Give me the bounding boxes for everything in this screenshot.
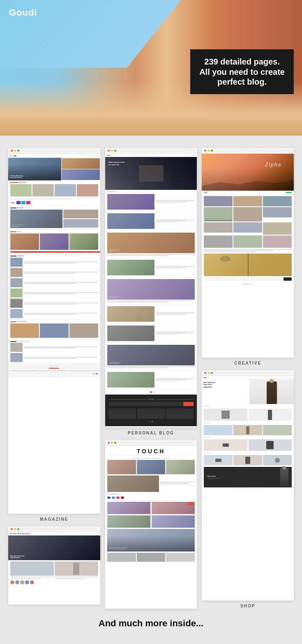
magazine-browser-header	[8, 148, 100, 154]
zipho-hero: Zipho	[202, 154, 294, 191]
creative-sand-img: GET UPDATES OR LIVE...	[204, 254, 292, 276]
blog-pagination	[105, 390, 197, 395]
dot-red2	[11, 528, 13, 530]
mag-featured-grid	[10, 184, 98, 196]
magazine-variant-card: GOUDI MAGAZINE High waisted Jeans andStr…	[8, 526, 100, 605]
magazine-card: the GK Is This the Most InsaneShow of th…	[8, 148, 100, 514]
shop-browser-header	[202, 370, 294, 376]
creative-pagination	[202, 282, 294, 286]
touch-dot-red	[108, 442, 110, 444]
cr-dot-red	[204, 150, 206, 152]
hero-logo: Goudi	[9, 7, 37, 18]
touch-dot-green	[114, 442, 116, 444]
page-dot2	[150, 391, 152, 393]
personal-blog-card: Goudi Winter Spring trendsand style Tips…	[105, 148, 197, 427]
dot-red	[11, 150, 13, 152]
magazine-column: the GK Is This the Most InsaneShow of th…	[8, 148, 100, 605]
hero-line2: All you need to create	[199, 67, 285, 77]
blog-dot-yellow	[111, 150, 113, 152]
page-dot1	[148, 391, 150, 393]
touch-title: TOUCH	[105, 446, 197, 458]
shop-label: SHOP	[202, 604, 294, 608]
touch-dot-yellow	[111, 442, 113, 444]
dot-green2	[17, 528, 19, 530]
hero-headline-box: 239 detailed pages. All you need to crea…	[190, 49, 294, 94]
dot-yellow2	[14, 528, 16, 530]
blog-subscribe-footer: SUBSCRIBE	[105, 395, 197, 426]
right-column: Zipho Zipho	[202, 148, 294, 610]
touch-grid	[107, 460, 195, 474]
mag2-browser-header	[8, 526, 100, 532]
mag-hero-images: Is This the Most InsaneShow of the Seaso…	[8, 158, 100, 180]
shop-hero: New CollectionIdeas Flow	[202, 379, 294, 404]
touch-browser-header	[105, 440, 197, 446]
dot-yellow	[14, 150, 16, 152]
blog-browser-header	[105, 148, 197, 154]
dot-green	[17, 150, 19, 152]
bottom-tagline: And much more inside...	[8, 610, 294, 641]
shop-product-grid	[204, 409, 292, 421]
shop-dot-red	[204, 372, 206, 374]
hero-line1: 239 detailed pages.	[199, 57, 285, 67]
cr-dot-yellow	[207, 150, 210, 152]
touch-card: TOUCH	[105, 440, 197, 609]
creative-label: CREATIVE	[202, 361, 294, 365]
preview-grid: the GK Is This the Most InsaneShow of th…	[8, 148, 294, 610]
shop-dark-banner: Shop to Touch	[204, 467, 292, 487]
shop-dot-yellow	[207, 372, 210, 374]
blog-dot-red	[108, 150, 110, 152]
hero-line3: perfect blog.	[199, 77, 285, 87]
personal-blog-label: PERSONAL BLOG	[105, 431, 197, 435]
blog-posts-list: Southern Portrait FromMy Collection	[107, 194, 195, 390]
page-dot3	[153, 391, 154, 393]
cr-dot-green	[211, 150, 213, 152]
creative-card: Zipho Zipho	[202, 148, 294, 358]
hero-section: Goudi 239 detailed pages. All you need t…	[0, 0, 302, 136]
center-column: Goudi Winter Spring trendsand style Tips…	[105, 148, 197, 609]
main-content: the GK Is This the Most InsaneShow of th…	[0, 136, 302, 644]
magazine-label: MAGAZINE	[8, 517, 100, 522]
shop-card: goudi New CollectionIdeas Flow	[202, 370, 294, 600]
blog-dot-green	[114, 150, 116, 152]
creative-browser-header	[202, 148, 294, 154]
shop-dot-green	[211, 372, 213, 374]
